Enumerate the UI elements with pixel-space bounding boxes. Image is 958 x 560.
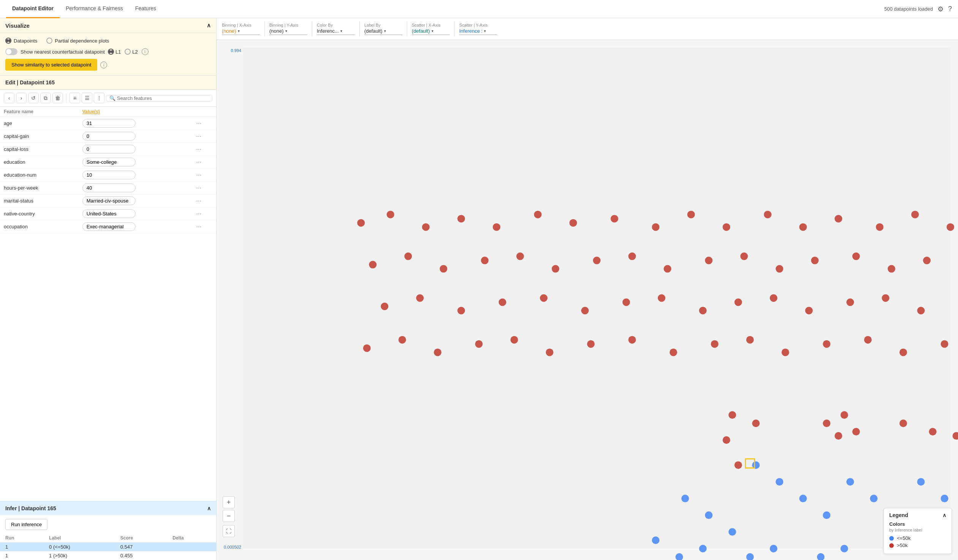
scatter-dot[interactable] [941, 340, 948, 347]
binning-y-select[interactable]: (none) ▾ [269, 28, 307, 35]
scatter-dot[interactable] [493, 224, 500, 231]
scatter-dot[interactable] [782, 348, 789, 356]
feature-value-input[interactable] [82, 145, 136, 154]
scatter-dot[interactable] [834, 432, 842, 439]
scatter-dot[interactable] [511, 336, 518, 343]
scatter-dot[interactable] [581, 306, 589, 314]
delete-button[interactable]: 🗑 [52, 93, 63, 103]
l-info-icon[interactable]: i [142, 48, 149, 55]
scatter-dot[interactable] [687, 211, 695, 219]
scatter-dot[interactable] [805, 306, 813, 314]
l1-radio[interactable]: L1 [108, 49, 121, 55]
scatter-dot[interactable] [776, 478, 783, 485]
scatter-dot[interactable] [676, 553, 683, 560]
more-button[interactable]: ··· [197, 120, 201, 127]
duplicate-button[interactable]: ⧉ [40, 93, 51, 103]
more-button[interactable]: ··· [197, 159, 201, 165]
scatter-dot[interactable] [852, 428, 860, 435]
scatter-dot[interactable] [852, 253, 860, 260]
scatter-dot[interactable] [846, 478, 854, 485]
scatter-dot[interactable] [711, 340, 718, 347]
scatter-dot[interactable] [811, 257, 818, 265]
scatter-dot[interactable] [369, 261, 376, 269]
scatter-dot[interactable] [546, 348, 554, 356]
scatter-dot[interactable] [628, 336, 636, 343]
more-button[interactable]: ··· [197, 172, 201, 178]
align-center-button[interactable]: ☰ [82, 93, 92, 103]
binning-x-select[interactable]: (none) ▾ [222, 28, 260, 35]
scatter-dot[interactable] [841, 411, 848, 419]
scatter-dot[interactable] [776, 265, 783, 273]
scatter-dot[interactable] [917, 478, 925, 485]
scatter-dot[interactable] [699, 545, 707, 552]
scatter-dot[interactable] [823, 419, 830, 427]
run-inference-button[interactable]: Run inference [5, 519, 48, 530]
label-by-select[interactable]: (default) ▾ [364, 28, 402, 35]
scatter-dot[interactable] [652, 224, 660, 231]
scatter-dot[interactable] [752, 419, 760, 427]
legend-collapse-icon[interactable]: ∧ [942, 512, 946, 518]
scatter-dot[interactable] [899, 419, 907, 427]
scatter-dot[interactable] [882, 294, 889, 302]
scatter-dot[interactable] [722, 224, 730, 231]
counterfactual-toggle[interactable] [5, 48, 17, 55]
feature-value-input[interactable] [82, 197, 136, 205]
scatter-dot[interactable] [705, 511, 713, 519]
history-button[interactable]: ↺ [28, 93, 39, 103]
similarity-info-icon[interactable]: i [100, 62, 107, 68]
scatter-y-select[interactable]: Inference : ▾ [459, 28, 497, 35]
scatter-dot[interactable] [770, 294, 777, 302]
align-left-button[interactable]: ≡ [70, 93, 80, 103]
feature-value-input[interactable] [82, 119, 136, 128]
scatter-dot[interactable] [363, 344, 371, 352]
scatter-dot[interactable] [947, 224, 954, 231]
scatter-dot[interactable] [516, 253, 524, 260]
scatter-dot[interactable] [746, 553, 753, 560]
scatter-dot[interactable] [929, 428, 936, 435]
scatter-dot[interactable] [734, 461, 742, 469]
scatter-dot[interactable] [540, 294, 547, 302]
scatter-dot[interactable] [652, 536, 660, 544]
scatter-dot[interactable] [764, 211, 771, 219]
scatter-dot[interactable] [953, 432, 958, 439]
scatter-dot[interactable] [481, 257, 489, 265]
scatter-dot[interactable] [899, 348, 907, 356]
scatter-dot[interactable] [434, 348, 441, 356]
feature-value-input[interactable] [82, 171, 136, 179]
scatter-dot[interactable] [387, 211, 394, 219]
radio-partial-dependence[interactable]: Partial dependence plots [46, 38, 109, 44]
scatter-dot[interactable] [817, 553, 825, 560]
tab-features[interactable]: Features [129, 0, 162, 18]
scatter-dot[interactable] [911, 211, 919, 219]
feature-value-input[interactable] [82, 209, 136, 218]
tab-datapoint-editor[interactable]: Datapoint Editor [6, 0, 60, 18]
zoom-out-button[interactable]: − [223, 510, 235, 522]
more-button[interactable]: ··· [197, 133, 201, 140]
feature-value-input[interactable] [82, 184, 136, 192]
scatter-dot[interactable] [823, 340, 830, 347]
scatter-dot[interactable] [728, 411, 736, 419]
search-input[interactable] [117, 95, 209, 101]
similarity-button[interactable]: Show similarity to selected datapoint [5, 59, 97, 71]
more-button[interactable]: ··· [197, 224, 201, 230]
scatter-dot[interactable] [705, 257, 713, 265]
scatter-dot[interactable] [746, 336, 753, 343]
scatter-dot[interactable] [682, 495, 689, 502]
more-button[interactable]: ··· [197, 185, 201, 191]
scatter-dot[interactable] [664, 265, 671, 273]
scatter-dot[interactable] [534, 211, 542, 219]
tab-performance-fairness[interactable]: Performance & Fairness [60, 0, 129, 18]
scatter-dot[interactable] [457, 215, 465, 223]
help-icon[interactable]: ? [948, 5, 952, 13]
scatter-dot[interactable] [404, 253, 412, 260]
more-button[interactable]: ··· [197, 211, 201, 217]
feature-value-input[interactable] [82, 132, 136, 141]
color-by-select[interactable]: Inferenc... ▾ [317, 28, 355, 35]
scatter-dot[interactable] [870, 495, 877, 502]
scatter-dot[interactable] [841, 545, 848, 552]
scatter-dot[interactable] [846, 298, 854, 306]
scatter-dot[interactable] [475, 340, 483, 347]
scatter-dot[interactable] [923, 257, 931, 265]
scatter-dot[interactable] [888, 265, 895, 273]
scatter-dot[interactable] [552, 265, 559, 273]
